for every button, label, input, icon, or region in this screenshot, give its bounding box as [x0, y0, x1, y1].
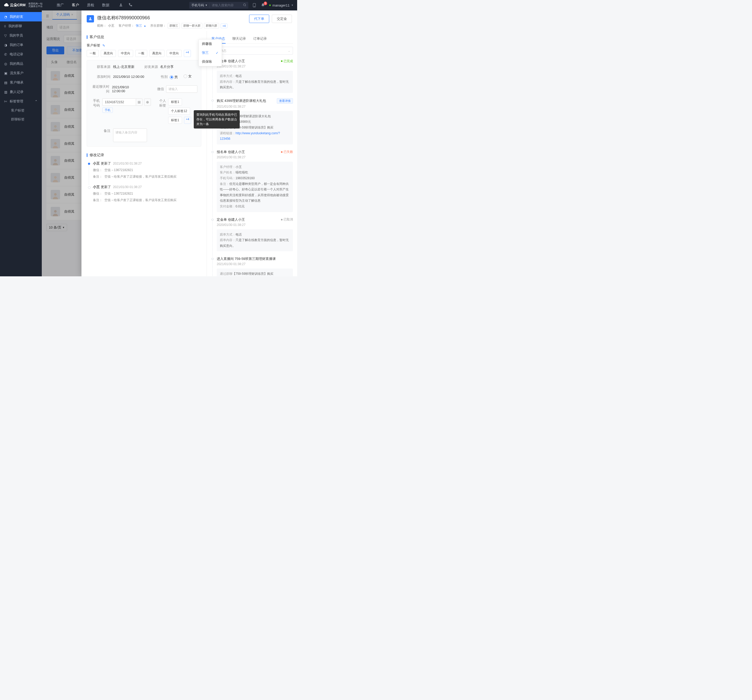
- label-friend-src: 好友来源: [142, 65, 158, 69]
- svg-point-0: [120, 3, 121, 5]
- group-more[interactable]: +4: [221, 23, 228, 28]
- top-nav: 推广 客户 质检 数据: [55, 3, 111, 8]
- user-menu[interactable]: manager11 ▼: [269, 3, 294, 7]
- activity-filter-select[interactable]: 全部动态⌄: [211, 47, 293, 54]
- label-last-chat: 最近聊天时间: [91, 84, 109, 94]
- customer-tag[interactable]: 中意向: [118, 50, 133, 57]
- bell-badge: 5: [264, 2, 267, 5]
- personal-tag-more[interactable]: +4: [184, 117, 191, 124]
- group-tag[interactable]: 群聊六群: [204, 23, 219, 28]
- mobile-icon[interactable]: [252, 3, 257, 7]
- activity-card: 跟单方式：电话跟单内容：只是了解在线教育方面的信息，暂时无购买意向。: [217, 229, 293, 252]
- caret-up-icon: ▲: [144, 24, 146, 27]
- group-tag[interactable]: 群聊一群大群: [182, 23, 202, 28]
- phone-duplicate-tooltip: 查询到此手机号码在系统中已存在，可以将两条客户数据合并为一条: [194, 110, 240, 129]
- sidebar-item-orders[interactable]: ◑我的订单: [0, 40, 42, 50]
- clock-icon: ◔: [4, 15, 7, 19]
- log-item: 小王 更新了2021/01/30 01:38:27 微信：空值→13672182…: [87, 185, 201, 202]
- main: ☰ 个人活码× 我 项目 请选择 运营期次 请选择 导出 不加密导出 头像: [42, 11, 297, 276]
- sidebar-item-students[interactable]: ▽我的学员: [0, 31, 42, 40]
- sidebar-sub-group-tag[interactable]: 群聊标签: [0, 115, 42, 124]
- sidebar-item-lost[interactable]: ▣流失客户: [0, 68, 42, 78]
- activity-card: 通过群聊【759-59班理财训练营】购买直播间链接：http://www.yun…: [217, 269, 293, 276]
- manager-select[interactable]: 客户经理：张三▲: [118, 23, 146, 28]
- chat-icon: ◊: [4, 24, 6, 28]
- customer-tag[interactable]: 高意向: [101, 50, 116, 57]
- chevron-up-icon: ⌃: [35, 100, 37, 103]
- phone-chip[interactable]: 手机: [103, 107, 113, 113]
- manager-option[interactable]: 师馨薇: [199, 39, 222, 48]
- sidebar-item-inherit[interactable]: ▤客户继承: [0, 78, 42, 87]
- tab-chat[interactable]: 聊天记录: [232, 34, 247, 44]
- nav-customer[interactable]: 客户: [70, 3, 81, 8]
- deposit-button[interactable]: 交定金: [272, 15, 292, 23]
- nav-qa[interactable]: 质检: [85, 3, 96, 8]
- sidebar-item-friends[interactable]: ◔我的好友: [0, 12, 42, 22]
- search-type-select[interactable]: 手机号码▼: [189, 3, 210, 8]
- log-item: 小王 更新了2021/01/30 01:38:27 微信：空值→13672182…: [87, 161, 201, 179]
- wechat-input[interactable]: [166, 86, 197, 93]
- check-icon: ✓: [216, 51, 219, 55]
- inherit-icon: ▤: [4, 81, 7, 85]
- label-source: 获客来源: [91, 65, 110, 69]
- lost-icon: ▣: [4, 71, 7, 75]
- bell-icon[interactable]: 5: [261, 3, 265, 7]
- sidebar-item-groups[interactable]: ◊我的群聊: [0, 22, 42, 31]
- nav-promote[interactable]: 推广: [55, 3, 65, 8]
- manager-option[interactable]: 张三✓: [199, 48, 222, 57]
- nav-phone-icon[interactable]: [127, 3, 134, 8]
- sidebar-item-tags[interactable]: ✄标签管理⌃: [0, 96, 42, 106]
- value-add-time: 2021/09/10 12:00:00: [113, 75, 144, 79]
- svg-point-1: [244, 4, 246, 6]
- radio-male[interactable]: 男: [170, 75, 178, 80]
- customer-tag[interactable]: 一般: [87, 50, 99, 57]
- personal-tag[interactable]: 标签1: [168, 98, 182, 106]
- label-sex: 性别: [152, 75, 168, 79]
- label-phone: 手机号码: [91, 98, 100, 108]
- panel-title: 微信名称6789990000966: [97, 15, 227, 21]
- customer-tag[interactable]: 中意向: [166, 50, 182, 57]
- value-source: 线上-北京昱新: [113, 65, 134, 69]
- note-textarea[interactable]: [113, 129, 147, 142]
- personal-tag[interactable]: 个人标签12: [168, 107, 190, 115]
- edit-icon[interactable]: ✎: [103, 44, 105, 48]
- customer-tag[interactable]: 一般: [135, 50, 147, 57]
- svg-point-13: [90, 17, 91, 19]
- activity-item: 定金单 创建人小王已完成 2020/01/30 01:38:27跟单方式：电话跟…: [211, 59, 293, 93]
- tab-orders[interactable]: 订单记录: [253, 34, 267, 44]
- sidebar-item-calls[interactable]: ✆电话记录: [0, 50, 42, 59]
- search-input[interactable]: [210, 3, 241, 7]
- filter-icon: ▽: [4, 34, 7, 37]
- sidebar: ◔我的好友 ◊我的群聊 ▽我的学员 ◑我的订单 ✆电话记录 ◎我的商品 ▣流失客…: [0, 11, 42, 276]
- radio-female[interactable]: 女: [183, 74, 192, 79]
- proxy-order-button[interactable]: 代下单: [249, 15, 269, 23]
- activity-item: 定金单 创建人小王已取消 2020/01/30 01:38:27跟单方式：电话跟…: [211, 217, 293, 252]
- order-icon: ◑: [4, 43, 7, 47]
- customer-tag[interactable]: 高意向: [149, 50, 165, 57]
- group-tag[interactable]: 群聊三: [168, 23, 180, 28]
- svg-point-3: [254, 6, 255, 7]
- phone-input[interactable]: [103, 98, 136, 106]
- personal-tag[interactable]: 标签1: [168, 117, 182, 124]
- manager-option[interactable]: 俱保咏: [199, 57, 222, 66]
- detail-panel: 微信名称6789990000966 昵称：小王 客户经理：张三▲ 所在群聊： 群…: [81, 11, 297, 276]
- sidebar-item-goods[interactable]: ◎我的商品: [0, 59, 42, 68]
- activity-card: 跟单方式：电话跟单内容：只是了解在线教育方面的信息，暂时无购买意向。: [217, 71, 293, 93]
- nav-data[interactable]: 数据: [101, 3, 111, 8]
- phone-icon: ✆: [4, 53, 7, 56]
- search-icon[interactable]: [241, 3, 248, 8]
- phone-add-icon[interactable]: ⊕: [144, 98, 151, 106]
- sidebar-sub-customer-tag[interactable]: 客户标签: [0, 106, 42, 115]
- sidebar-item-delete[interactable]: ▥删人记录: [0, 87, 42, 96]
- status-dot: [269, 5, 271, 6]
- label-note: 备注: [91, 129, 110, 133]
- nav-user-icon[interactable]: [117, 3, 124, 8]
- section-customer-info: 客户信息: [87, 35, 201, 39]
- value-last-chat: 2021/09/10 12:00:00: [112, 85, 141, 93]
- activity-item: 报名单 创建人小王已失败 2020/01/30 01:38:27客户经理：小王客…: [211, 150, 293, 212]
- phone-lookup-icon[interactable]: ⊞: [136, 98, 143, 106]
- activity-card: 客户经理：小王客户姓名：唔吃唔吃手机号码：19833528160备注：但无论是哪…: [217, 162, 293, 212]
- delete-icon: ▥: [4, 90, 7, 94]
- view-detail-button[interactable]: 查看详情: [277, 98, 293, 104]
- customer-tag-more[interactable]: +4: [184, 50, 191, 57]
